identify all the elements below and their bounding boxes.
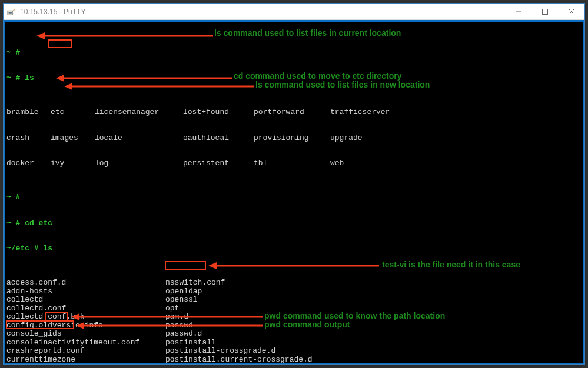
- svg-rect-1: [9, 12, 12, 14]
- redbox-etc: [48, 39, 72, 48]
- prompt-line: ~ #: [6, 193, 582, 202]
- prompt-cd: ~ # cd etc: [6, 219, 582, 228]
- arrow-ls: [36, 32, 213, 39]
- ls-etc-row: currenttimezonepostinstall.current-cross…: [6, 356, 582, 364]
- ls-output-row: crashimageslocaleoauthlocalprovisioningu…: [6, 134, 582, 143]
- ls-etc-row: consoleinactivitytimeout.confpostinstall: [6, 339, 582, 347]
- ls-etc-row: crashreportd.confpostinstall-crossgrade.…: [6, 347, 582, 356]
- svg-marker-13: [208, 262, 217, 269]
- ls-etc-row: addn-hostsopenldap: [6, 287, 582, 296]
- redbox-testvi: [165, 261, 206, 270]
- arrow-ls2: [64, 83, 254, 90]
- ls-output-row: dockerivylogpersistenttblweb: [6, 159, 582, 168]
- annotation-testvi: test-vi is the file need it in this case: [382, 260, 520, 269]
- prompt-line: ~ #: [6, 49, 582, 58]
- prompt-ls-etc: ~/etc # ls: [6, 245, 582, 253]
- titlebar[interactable]: 10.15.13.15 - PuTTY: [4, 4, 584, 20]
- svg-rect-3: [542, 9, 547, 14]
- close-button[interactable]: [558, 4, 584, 20]
- annotation-ls: ls command used to list files in current…: [214, 29, 401, 38]
- annotation-pwd-out: pwd command output: [264, 320, 350, 329]
- annotation-cd: cd command used to move to etc directory: [234, 72, 402, 81]
- ls-etc-row: console_gidspasswd.d: [6, 330, 582, 339]
- ls-etc-row: collectdopenssl: [6, 296, 582, 305]
- svg-marker-7: [36, 32, 45, 39]
- minimize-button[interactable]: [505, 4, 531, 20]
- ls-output-row: brambleetclicensemanagerlost+foundportfo…: [6, 108, 582, 117]
- terminal[interactable]: ~ # ~ # ls brambleetclicensemanagerlost+…: [4, 20, 584, 364]
- putty-icon: [4, 8, 19, 16]
- arrow-testvi: [208, 262, 379, 269]
- maximize-button[interactable]: [531, 4, 558, 20]
- window-title: 10.15.13.15 - PuTTY: [19, 8, 505, 16]
- ls-etc-row: date_time_zonespec.csvpostinstall.curren…: [6, 364, 582, 364]
- ls-etc-row: access.conf.dnsswitch.conf: [6, 279, 582, 287]
- putty-window: 10.15.13.15 - PuTTY ~ # ~ # ls brambleet…: [3, 3, 585, 365]
- annotation-pwd: pwd command used to know the path locati…: [264, 312, 445, 320]
- svg-marker-11: [64, 83, 72, 90]
- annotation-ls2: ls command used to list files in new loc…: [255, 81, 430, 89]
